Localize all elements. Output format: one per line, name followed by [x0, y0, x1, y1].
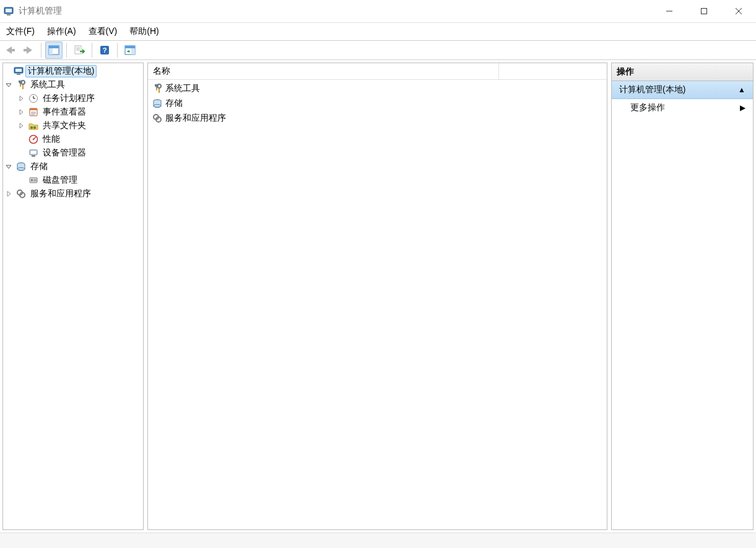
svg-rect-11: [49, 48, 53, 54]
tree-node-disk-management[interactable]: 磁盘管理: [3, 173, 143, 187]
svg-rect-7: [11, 49, 15, 51]
tree-node-shared-folders[interactable]: 共享文件夹: [3, 119, 143, 133]
event-viewer-icon: [28, 107, 39, 118]
menu-view[interactable]: 查看(V): [82, 25, 124, 38]
console-tree[interactable]: 计算机管理(本地) 系统工具: [3, 63, 143, 202]
svg-rect-2: [7, 14, 11, 15]
expand-collapse-icon[interactable]: [6, 82, 15, 88]
tree-node-label: 共享文件夹: [40, 120, 89, 131]
tree-node-label: 磁盘管理: [40, 175, 80, 186]
list-item-label: 服务和应用程序: [165, 113, 226, 124]
toolbar-export-button[interactable]: [71, 41, 88, 59]
expand-collapse-icon[interactable]: [6, 163, 15, 170]
performance-icon: [28, 134, 39, 145]
svg-rect-8: [24, 49, 27, 51]
tree-node-label: 事件查看器: [40, 107, 89, 118]
toolbar-show-actions-button[interactable]: [121, 41, 139, 59]
status-bar: [0, 533, 756, 548]
tree-node-root[interactable]: 计算机管理(本地): [3, 64, 143, 78]
device-manager-icon: [28, 147, 39, 159]
tree-node-label: 任务计划程序: [40, 93, 97, 104]
storage-icon: [15, 161, 27, 172]
app-window: 计算机管理 文件(F) 操作(A) 查看(V) 帮助(H): [0, 0, 756, 548]
toolbar-separator: [41, 43, 41, 58]
svg-rect-22: [15, 69, 22, 72]
expand-collapse-icon[interactable]: [18, 123, 28, 129]
submenu-arrow-icon: ▶: [740, 103, 745, 112]
content-area: 计算机管理(本地) 系统工具: [0, 60, 756, 533]
svg-rect-47: [33, 179, 37, 181]
toolbar: ?: [0, 40, 756, 60]
toolbar-back-button[interactable]: [1, 41, 19, 59]
tree-node-storage[interactable]: 存储: [3, 160, 143, 173]
tree-node-event-viewer[interactable]: 事件查看器: [3, 105, 143, 119]
svg-point-39: [33, 139, 35, 141]
svg-point-35: [30, 126, 33, 129]
system-tools-icon: [152, 83, 163, 94]
tree-node-task-scheduler[interactable]: 任务计划程序: [3, 92, 143, 105]
list-item-storage[interactable]: 存储: [148, 96, 607, 111]
computer-management-icon: [13, 66, 24, 77]
tree-node-label: 设备管理器: [40, 147, 89, 159]
storage-icon: [152, 98, 163, 109]
menu-action[interactable]: 操作(A): [41, 25, 82, 38]
disk-management-icon: [28, 175, 39, 186]
svg-rect-31: [30, 108, 37, 110]
toolbar-separator: [117, 43, 118, 58]
list-item-services-apps[interactable]: 服务和应用程序: [148, 111, 607, 126]
menu-bar: 文件(F) 操作(A) 查看(V) 帮助(H): [0, 23, 756, 40]
tree-node-performance[interactable]: 性能: [3, 133, 143, 146]
svg-point-26: [21, 80, 25, 84]
minimize-button[interactable]: [652, 0, 687, 22]
svg-text:?: ?: [103, 46, 107, 54]
tree-node-label: 系统工具: [28, 79, 67, 90]
svg-rect-4: [702, 9, 707, 14]
list-header: 名称: [148, 63, 607, 80]
list-body[interactable]: 系统工具 存储 服务和应用程序: [148, 80, 607, 529]
actions-group-title[interactable]: 计算机管理(本地) ▲: [612, 81, 753, 99]
window-title: 计算机管理: [19, 6, 62, 17]
expand-collapse-icon[interactable]: [18, 95, 28, 102]
svg-rect-10: [49, 46, 59, 48]
actions-group-label: 计算机管理(本地): [619, 84, 685, 95]
toolbar-show-hide-tree-button[interactable]: [45, 41, 63, 59]
clock-icon: [28, 93, 39, 104]
svg-rect-23: [17, 74, 20, 75]
svg-point-36: [33, 126, 37, 129]
menu-help[interactable]: 帮助(H): [123, 25, 165, 38]
app-icon: [4, 6, 14, 16]
services-apps-icon: [152, 113, 163, 124]
close-button[interactable]: [721, 0, 756, 22]
svg-rect-20: [131, 48, 135, 54]
list-item-system-tools[interactable]: 系统工具: [148, 81, 607, 96]
svg-rect-19: [125, 46, 135, 48]
maximize-button[interactable]: [687, 0, 721, 22]
toolbar-separator: [92, 43, 92, 58]
actions-panel: 操作 计算机管理(本地) ▲ 更多操作 ▶: [611, 63, 754, 530]
toolbar-forward-button[interactable]: [20, 41, 37, 59]
tree-node-services-apps[interactable]: 服务和应用程序: [3, 187, 143, 201]
services-apps-icon: [15, 188, 27, 199]
actions-more-item[interactable]: 更多操作 ▶: [612, 99, 753, 116]
toolbar-help-button[interactable]: ?: [96, 41, 113, 59]
column-header-name[interactable]: 名称: [148, 63, 499, 79]
expand-collapse-icon[interactable]: [18, 109, 28, 115]
toolbar-separator: [66, 43, 67, 58]
svg-rect-1: [6, 9, 12, 12]
actions-header: 操作: [612, 63, 753, 81]
shared-folders-icon: [28, 120, 39, 131]
svg-rect-42: [32, 155, 35, 157]
svg-rect-46: [31, 179, 33, 181]
svg-point-52: [157, 84, 161, 88]
tree-node-label: 存储: [28, 161, 50, 172]
list-item-label: 系统工具: [165, 83, 200, 94]
tree-node-device-manager[interactable]: 设备管理器: [3, 146, 143, 160]
tree-node-system-tools[interactable]: 系统工具: [3, 78, 143, 92]
menu-file[interactable]: 文件(F): [0, 25, 41, 38]
expand-collapse-icon[interactable]: [6, 191, 15, 197]
tree-panel: 计算机管理(本地) 系统工具: [2, 63, 144, 530]
list-item-label: 存储: [165, 98, 183, 109]
tree-node-label: 性能: [40, 134, 63, 145]
system-tools-icon: [15, 79, 27, 90]
list-panel: 名称 系统工具 存储: [147, 63, 607, 530]
